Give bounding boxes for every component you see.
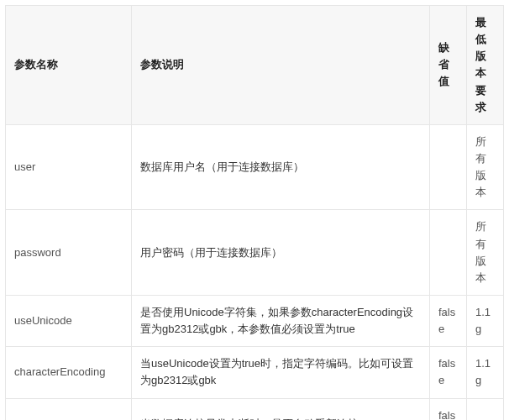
table-header: 参数名称 参数说明 缺省值 最低版本要求 (6, 6, 504, 125)
cell-default: false (430, 295, 467, 346)
cell-name: characterEncoding (6, 347, 132, 398)
cell-desc: 数据库用户名（用于连接数据库） (132, 124, 430, 210)
parameter-table: 参数名称 参数说明 缺省值 最低版本要求 user数据库用户名（用于连接数据库）… (5, 5, 504, 420)
cell-default (430, 210, 467, 296)
header-name: 参数名称 (6, 6, 132, 125)
cell-default: false (430, 347, 467, 398)
header-default: 缺省值 (430, 6, 467, 125)
table-row: useUnicode是否使用Unicode字符集，如果参数characterEn… (6, 295, 504, 346)
cell-minversion: 1.1g (467, 295, 504, 346)
table-row: password用户密码（用于连接数据库）所有版本 (6, 210, 504, 296)
cell-minversion: 所有版本 (467, 124, 504, 210)
table-row: characterEncoding当useUnicode设置为true时，指定字… (6, 347, 504, 398)
cell-name: useUnicode (6, 295, 132, 346)
cell-desc: 用户密码（用于连接数据库） (132, 210, 430, 296)
header-minversion: 最低版本要求 (467, 6, 504, 125)
cell-default: false (430, 398, 467, 420)
header-desc: 参数说明 (132, 6, 430, 125)
cell-name: password (6, 210, 132, 296)
cell-default (430, 124, 467, 210)
cell-desc: 当useUnicode设置为true时，指定字符编码。比如可设置为gb2312或… (132, 347, 430, 398)
cell-name: user (6, 124, 132, 210)
cell-desc: 当数据库连接异常中断时，是否自动重新连接？ (132, 398, 430, 420)
cell-minversion: 1.1 (467, 398, 504, 420)
cell-name: autoReconnect (6, 398, 132, 420)
table-body: user数据库用户名（用于连接数据库）所有版本password用户密码（用于连接… (6, 124, 504, 420)
table-row: autoReconnect当数据库连接异常中断时，是否自动重新连接？false1… (6, 398, 504, 420)
table-row: user数据库用户名（用于连接数据库）所有版本 (6, 124, 504, 210)
cell-desc: 是否使用Unicode字符集，如果参数characterEncoding设置为g… (132, 295, 430, 346)
cell-minversion: 所有版本 (467, 210, 504, 296)
cell-minversion: 1.1g (467, 347, 504, 398)
